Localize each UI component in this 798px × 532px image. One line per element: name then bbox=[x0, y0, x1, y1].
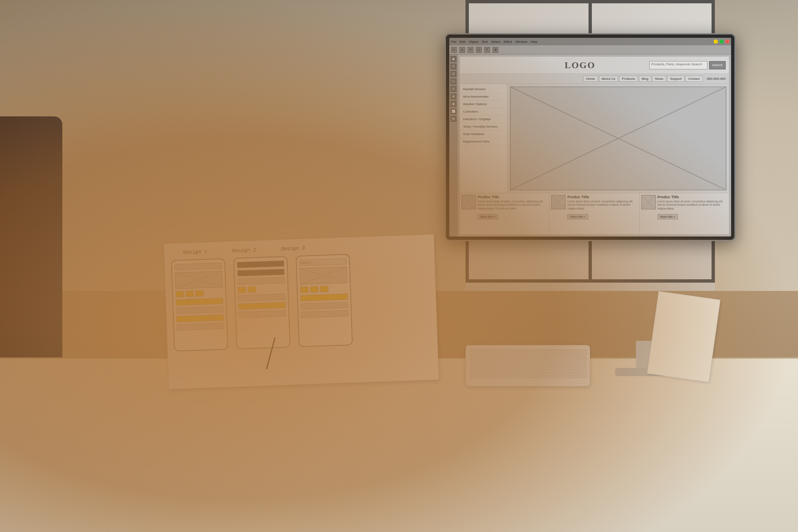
sketch-icon-1a bbox=[175, 291, 184, 298]
close-button[interactable]: × bbox=[725, 39, 729, 44]
product-img-placeholder-0 bbox=[462, 195, 475, 209]
toolbar: V A ✎ ◻ T ⊕ bbox=[449, 45, 731, 54]
sketch-icon-3c bbox=[320, 286, 329, 293]
tool-icon-zoom[interactable]: ⊕ bbox=[451, 94, 456, 99]
nav-products[interactable]: Products bbox=[619, 76, 638, 82]
left-tools-panel: ▶ ✎ ⊡ ◻ T ⊕ ◉ ⬜ ⊞ bbox=[449, 54, 458, 236]
tool-icon-fill[interactable]: ◉ bbox=[451, 101, 456, 107]
menu-select[interactable]: Select bbox=[491, 40, 500, 44]
product-desc-1: Lorem ipsum dolor sit amet, consectetur … bbox=[567, 200, 637, 210]
sketch-icon-row-1 bbox=[175, 290, 223, 298]
product-desc-2: Lorem ipsum dolor sit amet, consectetur … bbox=[658, 200, 727, 210]
sidebar-item-3[interactable]: Controllers bbox=[460, 108, 507, 116]
sketch-icon-row-3 bbox=[300, 285, 347, 293]
monitor: File Edit Object Text Select Effect Wind… bbox=[445, 33, 736, 241]
tool-icon-brush[interactable]: ⊡ bbox=[451, 71, 456, 77]
nav-support[interactable]: Support bbox=[667, 76, 685, 82]
menu-effect[interactable]: Effect bbox=[504, 40, 512, 44]
sketch-img-3 bbox=[299, 266, 347, 285]
sketch-icon-row-2 bbox=[238, 285, 285, 293]
menu-window[interactable]: Window bbox=[515, 40, 527, 44]
tool-text[interactable]: T bbox=[484, 47, 490, 53]
sketch-phone-1 bbox=[171, 258, 228, 351]
sketch-row-yellow-1b bbox=[176, 315, 224, 323]
nav-news[interactable]: News bbox=[652, 76, 666, 82]
sketch-title-3: Design 3 bbox=[281, 246, 305, 252]
sketch-phone-screen-3: IMAGE 3 bbox=[299, 258, 350, 343]
sketch-footer-2 bbox=[239, 310, 286, 318]
product-more-info-2[interactable]: More Info » bbox=[658, 214, 678, 219]
chair-back bbox=[0, 116, 62, 366]
sketch-row-dark-2 bbox=[237, 268, 284, 276]
wf-nav: Home About Us Products Blog News Support… bbox=[460, 74, 729, 84]
wf-search-button[interactable]: Search bbox=[709, 61, 726, 69]
sidebar-item-5[interactable]: Temp / Humidity Sensors bbox=[460, 123, 507, 131]
tool-zoom[interactable]: ⊕ bbox=[493, 47, 498, 53]
product-desc-0: Lorem ipsum dolor sit amet, consectetur … bbox=[478, 200, 547, 210]
product-img-placeholder-1 bbox=[552, 195, 565, 209]
nav-blog[interactable]: Blog bbox=[639, 76, 651, 82]
tool-icon-select[interactable]: ▶ bbox=[451, 56, 456, 62]
sketch-row-yellow-1 bbox=[176, 298, 223, 306]
nav-phone: 000-000-000 bbox=[707, 77, 726, 81]
menu-file[interactable]: File bbox=[451, 40, 456, 44]
tool-icon-gradient[interactable]: ⬜ bbox=[451, 108, 456, 114]
menu-help[interactable]: Help bbox=[530, 40, 537, 44]
sketch-icon-2a bbox=[238, 287, 246, 293]
sidebar-item-7[interactable]: Replacement Parts bbox=[460, 138, 507, 145]
sketch-header-2 bbox=[237, 260, 284, 268]
wf-hero-area bbox=[507, 84, 729, 193]
product-card-0: Produc Title Lorem ipsum dolor sit amet,… bbox=[460, 193, 549, 234]
sketch-img-svg-3 bbox=[300, 267, 347, 284]
tool-select[interactable]: V bbox=[451, 47, 457, 53]
hero-placeholder-svg bbox=[510, 87, 726, 190]
nav-home[interactable]: Home bbox=[583, 76, 598, 82]
sidebar-item-4[interactable]: Indicators / Displays bbox=[460, 116, 507, 123]
sidebar-item-1[interactable]: Wind Anemometer bbox=[460, 93, 507, 101]
sketch-row-3b bbox=[300, 302, 348, 310]
nav-contact[interactable]: Contact bbox=[685, 76, 703, 82]
desk bbox=[0, 357, 798, 532]
title-bar: File Edit Object Text Select Effect Wind… bbox=[449, 38, 731, 45]
product-card-1: Produc Title Lorem ipsum dolor sit amet,… bbox=[549, 193, 639, 234]
nav-about[interactable]: About Us bbox=[599, 76, 618, 82]
sidebar-item-0[interactable]: Rainfall Sensors bbox=[460, 86, 507, 93]
tool-shape[interactable]: ◻ bbox=[476, 47, 482, 53]
menu-text[interactable]: Text bbox=[482, 40, 488, 44]
product-info-2: Produc Title Lorem ipsum dolor sit amet,… bbox=[658, 195, 727, 233]
hero-image-placeholder bbox=[510, 86, 727, 190]
monitor-screen: File Edit Object Text Select Effect Wind… bbox=[449, 38, 731, 236]
sketch-row-2b bbox=[238, 293, 286, 301]
wf-search-input[interactable]: Products, Parts, Keywords Search bbox=[649, 61, 707, 69]
product-more-info-1[interactable]: More Info » bbox=[567, 214, 588, 219]
tool-icon-pen[interactable]: ✎ bbox=[451, 64, 456, 69]
menu-edit[interactable]: Edit bbox=[460, 40, 466, 44]
wireframe-design: LOGO Products, Parts, Keywords Search Se… bbox=[459, 56, 729, 235]
maximize-button[interactable]: □ bbox=[719, 39, 724, 44]
tool-icon-text[interactable]: T bbox=[451, 86, 456, 92]
product-info-0: Produc Title Lorem ipsum dolor sit amet,… bbox=[478, 195, 547, 233]
tool-icon-shape[interactable]: ◻ bbox=[451, 79, 456, 84]
sidebar-item-2[interactable]: Weather Stations bbox=[460, 101, 507, 108]
software-ui: File Edit Object Text Select Effect Wind… bbox=[449, 38, 731, 236]
wf-products-row: Produc Title Lorem ipsum dolor sit amet,… bbox=[460, 193, 729, 234]
paper-extra bbox=[647, 291, 720, 382]
canvas-area: LOGO Products, Parts, Keywords Search Se… bbox=[458, 54, 731, 236]
svg-rect-14 bbox=[470, 365, 586, 370]
product-image-0 bbox=[461, 195, 476, 209]
svg-rect-13 bbox=[470, 357, 586, 363]
wf-logo: LOGO bbox=[514, 60, 646, 71]
sketch-header-1 bbox=[175, 263, 222, 271]
product-more-info-0[interactable]: More Info » bbox=[478, 214, 498, 219]
sidebar-item-6[interactable]: Solar Radiation bbox=[460, 131, 507, 138]
scene: File Edit Object Text Select Effect Wind… bbox=[0, 0, 798, 532]
ui-content: ▶ ✎ ⊡ ◻ T ⊕ ◉ ⬜ ⊞ bbox=[449, 54, 731, 236]
tool-icon-crop[interactable]: ⊞ bbox=[451, 116, 456, 122]
window-controls: − □ × bbox=[714, 39, 729, 44]
minimize-button[interactable]: − bbox=[714, 39, 718, 44]
sketch-icon-1b bbox=[185, 291, 194, 297]
wf-search-area: Products, Parts, Keywords Search Search bbox=[649, 61, 726, 69]
tool-pen[interactable]: ✎ bbox=[468, 47, 473, 53]
menu-object[interactable]: Object bbox=[469, 40, 478, 44]
tool-direct[interactable]: A bbox=[459, 47, 465, 53]
